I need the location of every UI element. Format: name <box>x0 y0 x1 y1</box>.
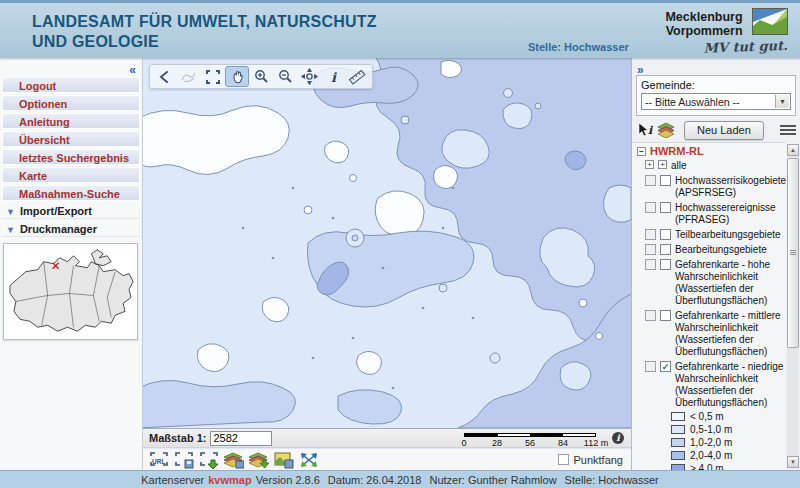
full-extent-icon[interactable] <box>201 66 225 87</box>
layer-row-active: ✓ Gefahrenkarte - niedrige Wahrscheinlic… <box>637 361 786 409</box>
load-layers-icon[interactable] <box>248 450 269 469</box>
freehand-icon <box>177 66 201 87</box>
sidebar-item-logout[interactable]: Logout <box>2 77 140 93</box>
scalebar-tick: 56 <box>525 438 535 448</box>
layer-visibility-checkbox[interactable] <box>660 229 671 240</box>
sidebar-item-letztes-suchergebnis[interactable]: letztes Suchergebnis <box>2 149 140 165</box>
neu-laden-button[interactable]: Neu Laden <box>684 121 764 140</box>
layer-legend-checkbox[interactable] <box>645 310 656 321</box>
layer-label[interactable]: Teilbearbeitungsgebiete <box>675 229 781 241</box>
recenter-icon[interactable] <box>297 66 321 87</box>
collapse-node-icon[interactable]: − <box>637 147 646 156</box>
layer-visibility-checkbox-checked[interactable]: ✓ <box>660 361 671 372</box>
layer-visibility-checkbox[interactable] <box>660 202 671 213</box>
header: LANDESAMT FÜR UMWELT, NATURSCHUTZ UND GE… <box>0 0 800 58</box>
layer-label[interactable]: Hochwasserrisikogebiete (APSFRSEG) <box>675 175 786 199</box>
sidebar-menu: Logout Optionen Anleitung Übersicht letz… <box>0 75 142 237</box>
pan-hand-icon[interactable] <box>225 66 249 87</box>
sidebar-item-karte[interactable]: Karte <box>2 167 140 183</box>
legend-swatch <box>671 412 685 421</box>
save-extent-icon[interactable] <box>173 450 194 469</box>
scalebar: 0 28 56 84 112 m <box>455 431 605 447</box>
expand-panel-icon[interactable]: » <box>637 63 644 77</box>
legend-label: > 4,0 m <box>690 463 724 470</box>
layer-row: Gefahrenkarte - mittlere Wahrscheinlichk… <box>637 310 786 358</box>
zoom-in-icon[interactable] <box>249 66 273 87</box>
zoom-out-icon[interactable] <box>273 66 297 87</box>
overview-map[interactable] <box>3 243 138 340</box>
gemeinde-select[interactable]: -- Bitte Auswählen -- ▼ <box>641 93 791 110</box>
layer-visibility-checkbox[interactable] <box>660 259 671 270</box>
layer-row: Hochwasserrisikogebiete (APSFRSEG) <box>637 175 786 199</box>
scalebar-tick: 28 <box>492 438 502 448</box>
layer-visibility-checkbox[interactable] <box>660 244 671 255</box>
stelle-label: Stelle: Hochwasser <box>528 41 629 53</box>
save-layers-icon[interactable] <box>223 450 244 469</box>
expand-node-icon[interactable]: + <box>658 160 667 169</box>
punktfang-label: Punktfang <box>573 454 623 466</box>
measure-icon[interactable] <box>345 66 369 87</box>
layer-legend: < 0,5 m 0,5-1,0 m 1,0-2,0 m 2,0-4,0 m > … <box>637 411 786 470</box>
panel-scrollbar[interactable]: ▲ ▼ <box>787 144 799 468</box>
layer-legend-checkbox[interactable] <box>645 229 656 240</box>
scalebar-tick: 112 m <box>584 438 608 448</box>
sidebar-item-massnahmen-suche[interactable]: Maßnahmen-Suche <box>2 185 140 201</box>
layer-legend-checkbox[interactable] <box>645 361 656 372</box>
identify-cursor-icon[interactable]: i <box>636 121 656 139</box>
layer-visibility-checkbox[interactable] <box>660 310 671 321</box>
punktfang-checkbox[interactable] <box>558 454 569 465</box>
page-title: LANDESAMT FÜR UMWELT, NATURSCHUTZ UND GE… <box>32 12 377 52</box>
legend-swatch <box>671 438 685 447</box>
legend-row: > 4,0 m <box>671 463 786 470</box>
layer-legend-checkbox[interactable] <box>645 202 656 213</box>
layer-tree: − HWRM-RL + + alle Hochwasserrisikogebie… <box>632 142 786 470</box>
map-tools-row: URL <box>143 449 631 470</box>
export-image-icon[interactable] <box>273 450 294 469</box>
legend-label: < 0,5 m <box>690 411 724 422</box>
layer-group-label[interactable]: HWRM-RL <box>650 145 704 157</box>
sidebar-item-anleitung[interactable]: Anleitung <box>2 113 140 129</box>
scroll-down-icon[interactable]: ▼ <box>787 456 799 468</box>
layer-label[interactable]: Gefahrenkarte - hohe Wahrscheinlichkeit … <box>675 259 786 307</box>
layer-visibility-checkbox[interactable] <box>660 175 671 186</box>
sidebar-group-druckmanager[interactable]: ▼Druckmanager <box>2 221 140 237</box>
legend-row: 0,5-1,0 m <box>671 424 786 435</box>
map-toolbar: i <box>149 64 373 89</box>
url-box-icon[interactable]: URL <box>148 450 169 469</box>
map-canvas[interactable]: i <box>143 58 631 428</box>
svg-text:i: i <box>648 124 654 137</box>
layer-label[interactable]: Gefahrenkarte - niedrige Wahrscheinlichk… <box>675 361 786 409</box>
expand-node-icon[interactable]: + <box>645 160 654 169</box>
footer-nutzer: Nutzer: Gunther Rahmlow <box>429 474 556 486</box>
panel-menu-icon[interactable] <box>780 123 796 137</box>
legend-row: 1,0-2,0 m <box>671 437 786 448</box>
gemeinde-label: Gemeinde: <box>641 79 791 91</box>
layer-legend-checkbox[interactable] <box>645 244 656 255</box>
max-extent-icon[interactable] <box>298 450 319 469</box>
status-footer: Kartenserver kvwmap Version 2.8.6 Datum:… <box>0 470 800 488</box>
sidebar-item-uebersicht[interactable]: Übersicht <box>2 131 140 147</box>
scroll-up-icon[interactable]: ▲ <box>787 144 799 156</box>
load-extent-icon[interactable] <box>198 450 219 469</box>
layer-legend-checkbox[interactable] <box>645 175 656 186</box>
map-column: i Maßstab 1: <box>143 58 631 470</box>
footer-version: Version 2.8.6 <box>256 474 320 486</box>
sidebar-group-import-export[interactable]: ▼Import/Export <box>2 203 140 219</box>
layer-label[interactable]: Gefahrenkarte - mittlere Wahrscheinlichk… <box>675 310 786 358</box>
scalebar-info-icon[interactable]: i <box>612 432 624 444</box>
info-icon[interactable]: i <box>321 66 345 87</box>
layer-label[interactable]: alle <box>671 160 687 172</box>
collapse-sidebar-icon[interactable]: « <box>129 63 136 77</box>
layer-legend-checkbox[interactable] <box>645 259 656 270</box>
footer-kartenserver: Kartenserver <box>141 474 204 486</box>
sidebar-item-optionen[interactable]: Optionen <box>2 95 140 111</box>
gemeinde-selected-value: -- Bitte Auswählen -- <box>645 96 740 108</box>
legend-row: < 0,5 m <box>671 411 786 422</box>
layer-row: Bearbeitungsgebiete <box>637 244 786 256</box>
layers-icon[interactable] <box>656 121 676 139</box>
layer-label[interactable]: Hochwasserereignisse (PFRASEG) <box>675 202 786 226</box>
layer-label[interactable]: Bearbeitungsgebiete <box>675 244 767 256</box>
scale-input[interactable] <box>210 431 272 446</box>
back-icon[interactable] <box>153 66 177 87</box>
scrollbar-thumb[interactable] <box>787 158 799 348</box>
